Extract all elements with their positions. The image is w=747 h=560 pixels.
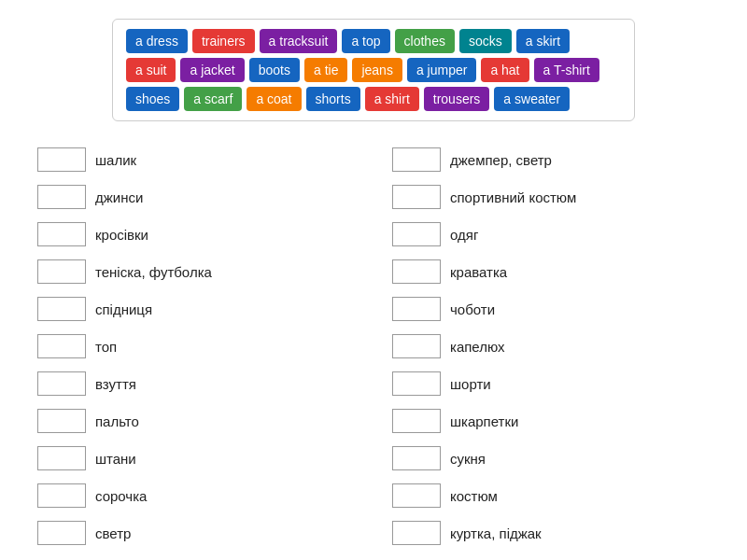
word-label-right-2: одяг <box>450 227 478 243</box>
word-chip-19[interactable]: a shirt <box>365 87 419 111</box>
answer-input-left-10[interactable] <box>37 521 86 545</box>
word-chip-17[interactable]: a coat <box>247 87 301 111</box>
match-row-left-5: топ <box>37 334 355 358</box>
answer-input-left-1[interactable] <box>37 185 86 209</box>
word-label-left-9: сорочка <box>95 488 147 504</box>
word-chip-16[interactable]: a scarf <box>184 87 242 111</box>
word-chip-7[interactable]: a suit <box>126 58 176 82</box>
match-row-right-3: краватка <box>392 259 710 284</box>
word-chip-14[interactable]: a T-shirt <box>534 58 599 82</box>
word-label-left-10: светр <box>95 525 131 541</box>
answer-input-left-4[interactable] <box>37 297 86 321</box>
match-row-right-5: капелюх <box>392 334 710 358</box>
answer-input-right-6[interactable] <box>392 371 441 396</box>
match-area: шаликджинсикросівкитеніска, футболкаспід… <box>37 147 710 558</box>
answer-input-left-3[interactable] <box>37 259 86 284</box>
match-row-left-9: сорочка <box>37 483 355 508</box>
word-label-left-7: пальто <box>95 413 139 429</box>
word-chip-21[interactable]: a sweater <box>494 87 570 111</box>
word-chip-1[interactable]: trainers <box>192 29 255 53</box>
word-chip-10[interactable]: a tie <box>304 58 347 82</box>
answer-input-right-1[interactable] <box>392 185 441 209</box>
left-column: шаликджинсикросівкитеніска, футболкаспід… <box>37 147 355 558</box>
word-label-right-10: куртка, піджак <box>450 525 542 541</box>
answer-input-right-7[interactable] <box>392 409 441 433</box>
answer-input-right-2[interactable] <box>392 222 441 246</box>
word-label-right-6: шорти <box>450 376 491 392</box>
word-label-left-2: кросівки <box>95 227 148 243</box>
word-label-left-3: теніска, футболка <box>95 264 212 280</box>
answer-input-right-10[interactable] <box>392 521 441 545</box>
match-row-right-1: спортивний костюм <box>392 185 710 209</box>
match-row-left-2: кросівки <box>37 222 355 246</box>
match-row-left-10: светр <box>37 521 355 545</box>
answer-input-right-9[interactable] <box>392 483 441 508</box>
match-row-left-3: теніска, футболка <box>37 259 355 284</box>
word-chip-5[interactable]: socks <box>459 29 512 53</box>
word-chip-11[interactable]: jeans <box>352 58 402 82</box>
answer-input-left-0[interactable] <box>37 147 86 172</box>
word-label-right-3: краватка <box>450 264 507 280</box>
answer-input-right-8[interactable] <box>392 446 441 470</box>
word-chip-3[interactable]: a top <box>342 29 389 53</box>
word-chip-2[interactable]: a tracksuit <box>260 29 338 53</box>
answer-input-left-8[interactable] <box>37 446 86 470</box>
match-row-right-2: одяг <box>392 222 710 246</box>
right-column: джемпер, светрспортивний костюмодягкрава… <box>392 147 710 558</box>
answer-input-left-9[interactable] <box>37 483 86 508</box>
word-chip-20[interactable]: trousers <box>424 87 490 111</box>
word-bank: a dresstrainersa tracksuita topclothesso… <box>112 19 635 121</box>
match-row-right-0: джемпер, светр <box>392 147 710 172</box>
word-label-left-8: штани <box>95 451 136 467</box>
word-label-left-6: взуття <box>95 376 136 392</box>
answer-input-right-4[interactable] <box>392 297 441 321</box>
word-label-right-5: капелюх <box>450 339 505 355</box>
word-chip-12[interactable]: a jumper <box>407 58 476 82</box>
answer-input-left-2[interactable] <box>37 222 86 246</box>
word-label-left-4: спідниця <box>95 301 152 317</box>
match-row-left-8: штани <box>37 446 355 470</box>
word-chip-13[interactable]: a hat <box>481 58 529 82</box>
word-label-right-1: спортивний костюм <box>450 189 576 205</box>
match-row-left-7: пальто <box>37 409 355 433</box>
answer-input-left-5[interactable] <box>37 334 86 358</box>
word-label-right-4: чоботи <box>450 301 495 317</box>
answer-input-right-3[interactable] <box>392 259 441 284</box>
answer-input-right-5[interactable] <box>392 334 441 358</box>
match-row-left-4: спідниця <box>37 297 355 321</box>
match-row-right-7: шкарпетки <box>392 409 710 433</box>
match-row-right-6: шорти <box>392 371 710 396</box>
word-label-right-9: костюм <box>450 488 498 504</box>
word-label-right-7: шкарпетки <box>450 413 518 429</box>
answer-input-left-6[interactable] <box>37 371 86 396</box>
word-chip-15[interactable]: shoes <box>126 87 179 111</box>
word-label-left-1: джинси <box>95 189 143 205</box>
word-chip-4[interactable]: clothes <box>395 29 455 53</box>
word-chip-8[interactable]: a jacket <box>180 58 244 82</box>
word-chip-6[interactable]: a skirt <box>516 29 570 53</box>
word-label-left-0: шалик <box>95 152 136 168</box>
word-label-right-8: сукня <box>450 451 486 467</box>
answer-input-right-0[interactable] <box>392 147 441 172</box>
match-row-right-10: куртка, піджак <box>392 521 710 545</box>
answer-input-left-7[interactable] <box>37 409 86 433</box>
word-label-right-0: джемпер, светр <box>450 152 552 168</box>
match-row-right-9: костюм <box>392 483 710 508</box>
word-chip-0[interactable]: a dress <box>126 29 188 53</box>
word-chip-9[interactable]: boots <box>249 58 300 82</box>
match-row-left-0: шалик <box>37 147 355 172</box>
match-row-right-4: чоботи <box>392 297 710 321</box>
match-row-left-6: взуття <box>37 371 355 396</box>
match-row-left-1: джинси <box>37 185 355 209</box>
word-chip-18[interactable]: shorts <box>306 87 360 111</box>
match-row-right-8: сукня <box>392 446 710 470</box>
word-label-left-5: топ <box>95 339 117 355</box>
